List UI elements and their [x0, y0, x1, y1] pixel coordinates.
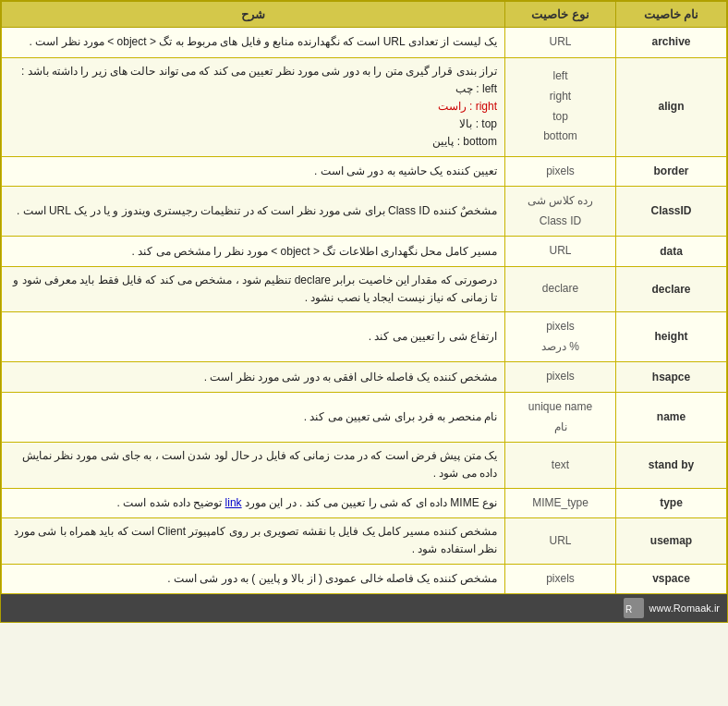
table-row: typeMIME_typeنوع MIME داده ای که شی را ت…: [2, 488, 727, 518]
cell-property-type: text: [505, 443, 616, 488]
cell-property-type: pixels: [505, 564, 616, 594]
cell-property-name: align: [616, 57, 727, 156]
footer-logo-icon: R: [624, 598, 644, 618]
cell-property-name: stand by: [616, 443, 727, 488]
svg-text:R: R: [625, 604, 632, 615]
cell-property-type: declare: [505, 266, 616, 311]
table-row: hsapcepixelsمشخص کننده یک فاصله خالی افق…: [2, 362, 727, 393]
romaak-logo-icon: R: [624, 598, 644, 618]
footer-bar: R www.Romaak.ir: [1, 594, 727, 622]
properties-table: نام خاصیت نوع خاصیت شرح archiveURLیک لیس…: [1, 1, 727, 594]
cell-property-desc: مشخص کننده یک فاصله خالی افقی به دور شی …: [2, 362, 505, 393]
table-row: ClassIDرده کلاس شیClass IDمشخصٌ کننده Cl…: [2, 187, 727, 237]
col-header-name: نام خاصیت: [616, 2, 727, 28]
cell-property-type: MIME_type: [505, 488, 616, 518]
cell-property-desc: مشخص کننده یک فاصله خالی عمودی ( از بالا…: [2, 564, 505, 594]
cell-property-desc: درصورتی که مقدار این خاصیت برابر declare…: [2, 266, 505, 311]
cell-property-desc: یک لیست از تعدادی URL است که نگهدارنده م…: [2, 28, 505, 58]
cell-property-name: usemap: [616, 518, 727, 564]
cell-property-type: unique nameنام: [505, 393, 616, 443]
cell-property-name: declare: [616, 266, 727, 311]
table-row: vspacepixelsمشخص کننده یک فاصله خالی عمو…: [2, 564, 727, 594]
table-row: dataURLمسیر کامل محل نگهداری اطلاعات تگ …: [2, 237, 727, 267]
table-row: nameunique nameنامنام منحصر به فرد برای …: [2, 393, 727, 443]
table-row: archiveURLیک لیست از تعدادی URL است که ن…: [2, 28, 727, 58]
cell-property-type: pixels% درصد: [505, 312, 616, 362]
cell-property-name: name: [616, 393, 727, 443]
cell-property-name: archive: [616, 28, 727, 58]
cell-property-desc: نوع MIME داده ای که شی را تعیین می کند .…: [2, 488, 505, 518]
cell-property-name: border: [616, 156, 727, 187]
table-row: declaredeclareدرصورتی که مقدار این خاصیت…: [2, 266, 727, 311]
cell-property-desc: مشخص کننده مسیر کامل یک فایل با نقشه تصو…: [2, 518, 505, 564]
cell-property-type: URL: [505, 237, 616, 267]
table-row: usemapURLمشخص کننده مسیر کامل یک فایل با…: [2, 518, 727, 564]
col-header-desc: شرح: [2, 2, 505, 28]
cell-property-type: رده کلاس شیClass ID: [505, 187, 616, 237]
cell-property-type: pixels: [505, 362, 616, 393]
table-row: stand bytextیک متن پیش فرض است که در مدت…: [2, 443, 727, 488]
main-container: نام خاصیت نوع خاصیت شرح archiveURLیک لیس…: [0, 0, 728, 623]
table-header-row: نام خاصیت نوع خاصیت شرح: [2, 2, 727, 28]
cell-property-name: type: [616, 488, 727, 518]
cell-property-desc: نام منحصر به فرد برای شی تعیین می کند .: [2, 393, 505, 443]
cell-property-type: pixels: [505, 156, 616, 187]
cell-property-desc: مسیر کامل محل نگهداری اطلاعات تگ < objec…: [2, 237, 505, 267]
cell-property-desc: یک متن پیش فرض است که در مدت زمانی که فا…: [2, 443, 505, 488]
cell-property-name: ClassID: [616, 187, 727, 237]
table-row: borderpixelsتعیین کننده یک حاشیه به دور …: [2, 156, 727, 187]
cell-property-type: URL: [505, 28, 616, 58]
table-row: alignleftrighttopbottomتراز بندی قرار گی…: [2, 57, 727, 156]
cell-property-desc: تعیین کننده یک حاشیه به دور شی است .: [2, 156, 505, 187]
cell-property-desc: تراز بندی قرار گیری متن را به دور شی مور…: [2, 57, 505, 156]
cell-property-type: URL: [505, 518, 616, 564]
col-header-type: نوع خاصیت: [505, 2, 616, 28]
table-row: heightpixels% درصدارتفاع شی را تعیین می …: [2, 312, 727, 362]
cell-property-name: hsapce: [616, 362, 727, 393]
cell-property-name: vspace: [616, 564, 727, 594]
cell-property-desc: ارتفاع شی را تعیین می کند .: [2, 312, 505, 362]
cell-property-name: data: [616, 237, 727, 267]
link-ref[interactable]: link: [225, 496, 242, 509]
cell-property-desc: مشخصٌ کننده Class ID برای شی مورد نظر اس…: [2, 187, 505, 237]
cell-property-type: leftrighttopbottom: [505, 57, 616, 156]
footer-url: www.Romaak.ir: [649, 603, 720, 614]
cell-property-name: height: [616, 312, 727, 362]
